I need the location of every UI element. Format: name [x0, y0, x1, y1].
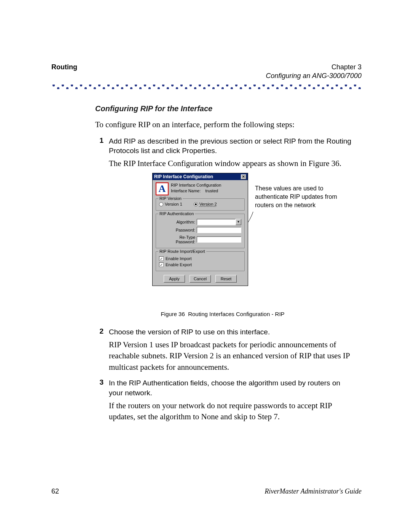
- dialog-rip-interface: RIP Interface Configuration ✕ A RIP Inte…: [152, 173, 248, 286]
- radio-icon: [194, 202, 198, 206]
- checkbox-label: Enable Import: [166, 256, 191, 261]
- dialog-header-block: A RIP Interface Configuration Interface …: [156, 182, 245, 195]
- step-instruction: Choose the version of RIP to use on this…: [109, 327, 352, 337]
- step-2: 2 Choose the version of RIP to use on th…: [95, 327, 362, 373]
- dialog-subtitle: RIP Interface Configuration: [171, 182, 221, 188]
- dialog-titlebar: RIP Interface Configuration ✕: [153, 173, 248, 180]
- retype-password-field[interactable]: [197, 236, 241, 243]
- section-title: Configuring RIP for the Interface: [95, 104, 362, 113]
- group-rip-version: RIP Version Version 1 Version 2: [156, 198, 245, 211]
- checkbox-enable-export[interactable]: ✓ Enable Export: [159, 262, 241, 267]
- password-field[interactable]: [197, 227, 241, 233]
- checkbox-label: Enable Export: [166, 262, 192, 267]
- group-version-legend: RIP Version: [158, 196, 183, 201]
- figure-caption: Figure 36 Routing Interfaces Configurati…: [95, 311, 350, 317]
- group-route-legend: RIP Route Import/Export: [158, 249, 206, 254]
- group-route-import-export: RIP Route Import/Export ✓ Enable Import …: [156, 251, 245, 271]
- chevron-down-icon[interactable]: ▼: [236, 219, 241, 225]
- callout-note: These values are used to authenticate RI…: [255, 184, 339, 209]
- header-section-name: Routing: [51, 63, 77, 81]
- retype-password-label: Re-Type Password:: [159, 235, 195, 244]
- radio-label: Version 2: [199, 202, 217, 206]
- app-logo-icon: A: [156, 182, 169, 195]
- cancel-button[interactable]: Cancel: [190, 275, 211, 283]
- interface-name-label: Interface Name:: [171, 189, 201, 193]
- algorithm-combo[interactable]: [197, 219, 236, 225]
- step-list: 1 Add RIP as described in the previous s…: [95, 136, 362, 169]
- checkbox-enable-import[interactable]: ✓ Enable Import: [159, 256, 241, 261]
- password-label: Password:: [159, 228, 195, 232]
- figure-caption-text: Routing Interfaces Configuration - RIP: [188, 311, 284, 317]
- group-auth-legend: RIP Authentication: [158, 211, 195, 216]
- page-footer: 62 RiverMaster Administrator's Guide: [51, 487, 362, 495]
- step-instruction: In the RIP Authentication fields, choose…: [109, 378, 352, 398]
- radio-version-2[interactable]: Version 2: [194, 202, 217, 206]
- chapter-label: Chapter 3: [266, 63, 362, 72]
- step-description: RIP Version 1 uses IP broadcast packets …: [109, 339, 352, 373]
- step-description: The RIP Interface Configuration window a…: [109, 158, 352, 169]
- step-instruction: Add RIP as described in the previous sec…: [109, 136, 352, 156]
- step-list-continued: 2 Choose the version of RIP to use on th…: [95, 327, 362, 422]
- step-number: 1: [95, 136, 104, 169]
- intro-text: To configure RIP on an interface, perfor…: [95, 120, 362, 129]
- figure-36: RIP Interface Configuration ✕ A RIP Inte…: [95, 173, 362, 306]
- close-icon[interactable]: ✕: [241, 174, 246, 179]
- checkbox-icon: ✓: [159, 262, 164, 267]
- chapter-subtitle: Configuring an ANG-3000/7000: [266, 72, 362, 80]
- guide-title: RiverMaster Administrator's Guide: [264, 487, 362, 495]
- callout-leader-line: [248, 212, 286, 227]
- dialog-title-text: RIP Interface Configuration: [154, 174, 213, 179]
- reset-button[interactable]: Reset: [215, 275, 237, 283]
- page-header: Routing Chapter 3 Configuring an ANG-300…: [51, 63, 362, 81]
- apply-button[interactable]: Apply: [164, 275, 185, 283]
- header-divider: [51, 85, 362, 89]
- header-right: Chapter 3 Configuring an ANG-3000/7000: [266, 63, 362, 81]
- group-rip-authentication: RIP Authentication Algorithm: ▼ Password…: [156, 214, 245, 248]
- interface-name-value: trusted: [206, 189, 218, 193]
- step-1: 1 Add RIP as described in the previous s…: [95, 136, 362, 169]
- radio-version-1[interactable]: Version 1: [159, 202, 182, 206]
- page-number: 62: [51, 487, 59, 495]
- step-number: 3: [95, 378, 104, 422]
- radio-label: Version 1: [165, 202, 182, 206]
- radio-icon: [159, 202, 163, 206]
- step-3: 3 In the RIP Authentication fields, choo…: [95, 378, 362, 422]
- algorithm-label: Algorithm:: [159, 220, 195, 224]
- step-number: 2: [95, 327, 104, 373]
- page: Routing Chapter 3 Configuring an ANG-300…: [0, 0, 411, 532]
- step-description: If the routers on your network do not re…: [109, 400, 352, 423]
- checkbox-icon: ✓: [159, 256, 164, 261]
- figure-number: Figure 36: [161, 311, 185, 317]
